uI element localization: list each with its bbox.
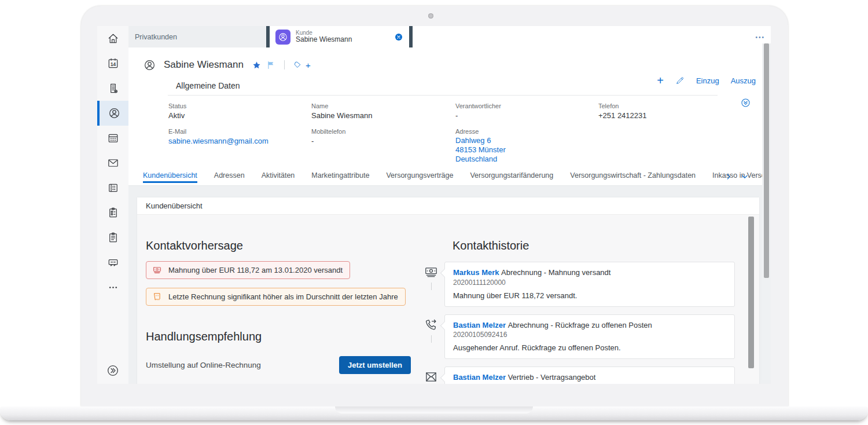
page-scrollbar[interactable] xyxy=(762,43,771,380)
field-label: Adresse xyxy=(455,128,598,135)
history-title: Bastian Melzer Vertrieb - Vertragsangebo… xyxy=(453,372,726,383)
content-area: Kundenübersicht Kontaktvorhersage Mahnun… xyxy=(128,186,771,384)
flag-icon[interactable] xyxy=(266,60,276,70)
tag-icon[interactable] xyxy=(293,60,302,69)
expand-header-icon[interactable] xyxy=(740,97,751,108)
chevrons-right-circle-icon xyxy=(106,364,120,378)
recommendation-text: Umstellung auf Online-Rechnung xyxy=(146,361,261,369)
laptop-mockup: 14 Privatkunden Kunde Sabine Wiesmann xyxy=(0,0,868,425)
divider xyxy=(168,95,718,96)
alert-text: Mahnung über EUR 118,72 am 13.01.2020 ve… xyxy=(168,266,343,274)
sidebar-item-surveys[interactable] xyxy=(97,200,128,225)
tab-versorgungswirtschaft-zahlungsdaten[interactable]: Versorgungswirtschaft - Zahlungsdaten xyxy=(570,171,696,183)
building-icon xyxy=(106,82,120,95)
feedback-icon xyxy=(106,256,120,269)
alert-text: Letzte Rechnung signifikant höher als im… xyxy=(168,292,398,301)
history-card[interactable]: Markus Merk Abrechnung - Mahnung versand… xyxy=(444,262,735,307)
prediction-alert-error[interactable]: Mahnung über EUR 118,72 am 13.01.2020 ve… xyxy=(146,261,350,279)
edit-pencil-icon[interactable] xyxy=(675,76,685,85)
handlungsempfehlung-heading: Handlungsempfehlung xyxy=(146,330,418,343)
panel-scrollbar-thumb[interactable] xyxy=(748,217,754,368)
tabs-scroll-right-icon[interactable] xyxy=(724,173,733,181)
overflow-menu-icon[interactable]: ••• xyxy=(755,34,765,40)
laptop-base-notch xyxy=(335,406,533,413)
page-scrollbar-thumb[interactable] xyxy=(764,43,769,278)
sidebar-item-organization[interactable] xyxy=(97,76,128,101)
tabs-dropdown-icon[interactable] xyxy=(741,173,749,181)
tab-versorgungsverträge[interactable]: Versorgungsverträge xyxy=(386,171,453,183)
history-entry: Bastian Melzer Vertrieb - Vertragsangebo… xyxy=(418,367,735,384)
sidebar-item-more[interactable] xyxy=(97,275,128,300)
laptop-base xyxy=(0,406,868,420)
field-value-link[interactable]: sabine.wiesmann@gmail.com xyxy=(168,137,311,145)
tab-privatkunden[interactable]: Privatkunden xyxy=(128,26,266,47)
panel-header: Kundenübersicht xyxy=(137,197,759,215)
field-value: Aktiv xyxy=(168,111,311,120)
sidebar-item-customers[interactable] xyxy=(97,101,128,126)
sidebar-item-feedback[interactable] xyxy=(97,250,128,275)
sidebar-item-tasks[interactable] xyxy=(97,225,128,250)
history-contact-link[interactable]: Bastian Melzer xyxy=(453,321,506,329)
main-area: Privatkunden Kunde Sabine Wiesmann • xyxy=(128,26,771,384)
alert-receipt-icon xyxy=(152,292,162,302)
customer-avatar-icon xyxy=(275,30,290,45)
tab-versorgungstarifänderung[interactable]: Versorgungstarifänderung xyxy=(470,171,553,183)
field-verantwortlicher: Verantwortlicher- xyxy=(455,102,598,120)
einzug-button[interactable]: Einzug xyxy=(696,76,719,85)
prediction-alert-warning[interactable]: Letzte Rechnung signifikant höher als im… xyxy=(146,288,406,306)
field-mobiltelefon: Mobiltelefon- xyxy=(311,128,455,164)
tab-title: Sabine Wiesmann xyxy=(296,36,394,44)
field-label: Verantwortlicher xyxy=(455,102,598,109)
divider xyxy=(284,60,285,69)
table-icon xyxy=(106,131,120,145)
sidebar-item-calendar[interactable]: 14 xyxy=(97,51,128,76)
history-subject: Vertrieb - Vertragsangebot xyxy=(506,373,595,382)
sidebar-item-home[interactable] xyxy=(97,26,128,51)
field-value: - xyxy=(455,111,598,120)
field-adresse: AdresseDahlweg 648153 MünsterDeutschland xyxy=(455,128,598,164)
tab-kunde-active[interactable]: Kunde Sabine Wiesmann xyxy=(266,26,413,47)
fax-icon xyxy=(106,181,120,195)
app-tab-strip: Privatkunden Kunde Sabine Wiesmann • xyxy=(128,26,771,47)
contact-history-list: Markus Merk Abrechnung - Mahnung versand… xyxy=(418,262,735,384)
person-icon xyxy=(108,107,121,120)
favorite-star-icon[interactable] xyxy=(252,60,262,70)
jetzt-umstellen-button[interactable]: Jetzt umstellen xyxy=(339,356,411,374)
history-contact-link[interactable]: Bastian Melzer xyxy=(453,373,506,382)
address-line-link[interactable]: 48153 Münster xyxy=(455,146,598,155)
svg-text:14: 14 xyxy=(110,62,116,67)
survey-icon xyxy=(106,206,120,219)
auszug-button[interactable]: Auszug xyxy=(731,76,756,85)
history-timestamp: 20200105092416 xyxy=(453,331,726,339)
panel-title: Kundenübersicht xyxy=(146,201,203,210)
field-email: E-Mailsabine.wiesmann@gmail.com xyxy=(168,128,311,164)
tab-marketingattribute[interactable]: Marketingattribute xyxy=(311,171,369,183)
history-entry: Bastian Melzer Abrechnung - Rückfrage zu… xyxy=(418,314,735,367)
field-status: StatusAktiv xyxy=(168,102,311,120)
tab-kundenübersicht[interactable]: Kundenübersicht xyxy=(143,171,197,183)
laptop-screen-bezel: 14 Privatkunden Kunde Sabine Wiesmann xyxy=(81,6,788,406)
tab-adressen[interactable]: Adressen xyxy=(214,171,245,183)
webcam-dot xyxy=(428,13,433,19)
history-contact-link[interactable]: Markus Merk xyxy=(453,268,499,277)
tab-privatkunden-label: Privatkunden xyxy=(135,33,177,41)
history-timeline-node xyxy=(418,367,444,384)
history-description: Ausgehender Anruf. Rückfrage zu offenen … xyxy=(453,343,726,352)
sidebar-item-phone[interactable] xyxy=(97,175,128,200)
history-title: Bastian Melzer Abrechnung - Rückfrage zu… xyxy=(453,320,726,331)
sidebar-expand-button[interactable] xyxy=(97,357,128,384)
field-value: - xyxy=(311,137,455,145)
add-button[interactable]: + xyxy=(657,75,664,86)
add-tag-button[interactable]: + xyxy=(306,60,311,70)
close-tab-icon[interactable] xyxy=(394,32,403,42)
tab-aktivitäten[interactable]: Aktivitäten xyxy=(262,171,295,183)
history-card[interactable]: Bastian Melzer Abrechnung - Rückfrage zu… xyxy=(444,314,735,360)
alert-list: Mahnung über EUR 118,72 am 13.01.2020 ve… xyxy=(146,261,418,306)
address-line-link[interactable]: Dahlweg 6 xyxy=(455,137,598,145)
sidebar-item-email[interactable] xyxy=(97,151,128,175)
more-icon xyxy=(106,281,120,294)
app-window: 14 Privatkunden Kunde Sabine Wiesmann xyxy=(97,26,771,384)
address-line-link[interactable]: Deutschland xyxy=(455,155,598,164)
sidebar-item-planner[interactable] xyxy=(97,126,128,151)
history-card[interactable]: Bastian Melzer Vertrieb - Vertragsangebo… xyxy=(444,367,735,384)
